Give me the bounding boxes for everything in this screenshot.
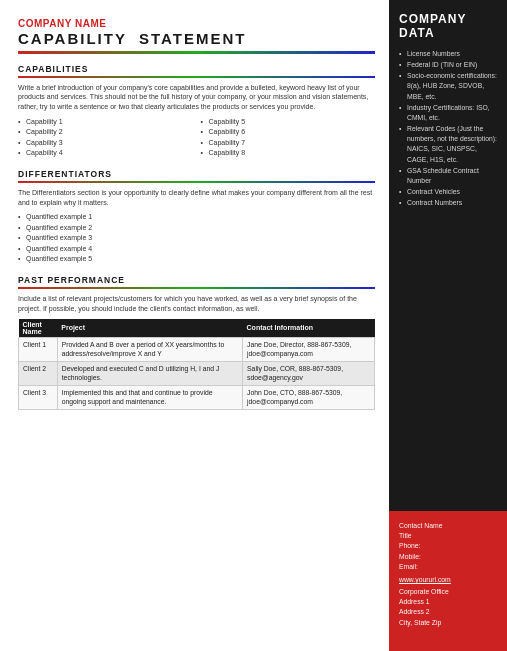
row2-contact: Sally Doe, COR, 888-867-5309, sdoe@agenc… bbox=[243, 361, 375, 385]
contact-mobile: Mobile: bbox=[399, 552, 497, 562]
main-content: COMPANY NAME CAPABILITY STATEMENT CAPABI… bbox=[0, 0, 389, 651]
table-row: Client 2 Developed and executed C and D … bbox=[19, 361, 375, 385]
row1-client: Client 1 bbox=[19, 337, 58, 361]
col-header-client: Client Name bbox=[19, 319, 58, 338]
cap-item-3: Capability 3 bbox=[18, 138, 193, 149]
diff-item-5: Quantified example 5 bbox=[18, 254, 375, 265]
contact-email: Email: bbox=[399, 562, 497, 572]
perf-intro: Include a list of relevant projects/cust… bbox=[18, 294, 375, 314]
title-word1: CAPABILITY bbox=[18, 30, 127, 47]
contact-title: Title bbox=[399, 531, 497, 541]
capabilities-intro: Write a brief introduction of your compa… bbox=[18, 83, 375, 112]
cap-item-6: Capability 6 bbox=[201, 127, 376, 138]
cap-item-5: Capability 5 bbox=[201, 117, 376, 128]
contact-address1: Address 1 bbox=[399, 597, 497, 607]
contact-address2: Address 2 bbox=[399, 607, 497, 617]
diff-intro: The Differentiators section is your oppo… bbox=[18, 188, 375, 208]
cap-col-1: Capability 1 Capability 2 Capability 3 C… bbox=[18, 117, 193, 159]
capability-title: CAPABILITY STATEMENT bbox=[18, 31, 375, 54]
sidebar-bullet-2: Federal ID (TIN or EIN) bbox=[399, 60, 497, 70]
sidebar-bullets-list: License Numbers Federal ID (TIN or EIN) … bbox=[399, 49, 497, 209]
cap-item-4: Capability 4 bbox=[18, 148, 193, 159]
row2-client: Client 2 bbox=[19, 361, 58, 385]
contact-city-state-zip: City, State Zip bbox=[399, 618, 497, 628]
col-header-project: Project bbox=[57, 319, 242, 338]
row1-contact: Jane Doe, Director, 888-867-5309, jdoe@c… bbox=[243, 337, 375, 361]
sidebar-bullet-6: GSA Schedule Contract Number bbox=[399, 166, 497, 186]
sidebar-bullet-5: Relevant Codes (Just the numbers, not th… bbox=[399, 124, 497, 165]
perf-section-title: PAST PERFORMANCE bbox=[18, 275, 375, 289]
perf-table: Client Name Project Contact Information … bbox=[18, 319, 375, 410]
sidebar-bullet-7: Contract Vehicles bbox=[399, 187, 497, 197]
diff-item-2: Quantified example 2 bbox=[18, 223, 375, 234]
capabilities-grid: Capability 1 Capability 2 Capability 3 C… bbox=[18, 117, 375, 159]
contact-phone: Phone: bbox=[399, 541, 497, 551]
sidebar-bullet-4: Industry Certifications: ISO, CMMI, etc. bbox=[399, 103, 497, 123]
page: COMPANY NAME CAPABILITY STATEMENT CAPABI… bbox=[0, 0, 507, 651]
sidebar-title: COMPANYDATA bbox=[399, 12, 497, 41]
col-header-contact: Contact Information bbox=[243, 319, 375, 338]
diff-section-title: DIFFERENTIATORS bbox=[18, 169, 375, 183]
sidebar-bottom: Contact Name Title Phone: Mobile: Email:… bbox=[389, 511, 507, 651]
title-word2: STATEMENT bbox=[139, 30, 246, 47]
capabilities-section-title: CAPABILITIES bbox=[18, 64, 375, 78]
diff-item-4: Quantified example 4 bbox=[18, 244, 375, 255]
company-name: COMPANY NAME bbox=[18, 18, 375, 29]
table-row: Client 1 Provided A and B over a period … bbox=[19, 337, 375, 361]
row3-contact: John Doe, CTO, 888-867-5309, jdoe@compan… bbox=[243, 385, 375, 409]
cap-item-8: Capability 8 bbox=[201, 148, 376, 159]
sidebar: COMPANYDATA License Numbers Federal ID (… bbox=[389, 0, 507, 651]
contact-name: Contact Name bbox=[399, 521, 497, 531]
sidebar-bullet-1: License Numbers bbox=[399, 49, 497, 59]
row1-project: Provided A and B over a period of XX yea… bbox=[57, 337, 242, 361]
row2-project: Developed and executed C and D utilizing… bbox=[57, 361, 242, 385]
row3-project: Implemented this and that and continue t… bbox=[57, 385, 242, 409]
cap-col-2: Capability 5 Capability 6 Capability 7 C… bbox=[201, 117, 376, 159]
sidebar-bullet-8: Contract Numbers bbox=[399, 198, 497, 208]
diff-item-3: Quantified example 3 bbox=[18, 233, 375, 244]
cap-item-7: Capability 7 bbox=[201, 138, 376, 149]
diff-bullets: Quantified example 1 Quantified example … bbox=[18, 212, 375, 265]
diff-item-1: Quantified example 1 bbox=[18, 212, 375, 223]
sidebar-bullet-3: Socio-economic certifications: 8(a), HUB… bbox=[399, 71, 497, 102]
contact-url: www.yoururl.com bbox=[399, 576, 497, 583]
cap-item-1: Capability 1 bbox=[18, 117, 193, 128]
row3-client: Client 3 bbox=[19, 385, 58, 409]
cap-item-2: Capability 2 bbox=[18, 127, 193, 138]
contact-office-label: Corporate Office bbox=[399, 587, 497, 597]
table-row: Client 3 Implemented this and that and c… bbox=[19, 385, 375, 409]
sidebar-top: COMPANYDATA License Numbers Federal ID (… bbox=[389, 0, 507, 511]
